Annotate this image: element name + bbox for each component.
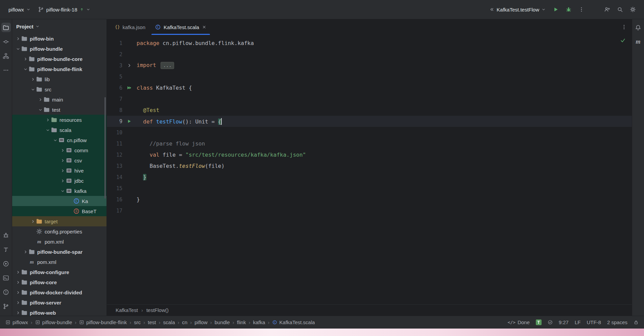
tree-chevron-icon[interactable] — [45, 118, 51, 122]
line-number[interactable]: 11 — [107, 141, 124, 147]
nav-path-item[interactable]: cn — [182, 319, 188, 325]
search-everywhere-button[interactable] — [614, 4, 626, 15]
build-icon[interactable] — [1, 245, 11, 254]
tree-item-piflow-bin[interactable]: piflow-bin — [12, 33, 106, 44]
run-icon[interactable] — [1, 259, 11, 268]
folded-region[interactable]: ... — [161, 62, 174, 69]
project-icon[interactable] — [1, 23, 11, 32]
tree-item-pom-xml[interactable]: mpom.xml — [12, 257, 106, 267]
readonly-toggle[interactable] — [634, 320, 639, 325]
code-line-6[interactable]: 6class KafkaTest { — [107, 82, 632, 93]
tab-options-kebab-icon[interactable] — [621, 24, 627, 30]
tree-chevron-icon[interactable] — [37, 97, 43, 102]
nav-path-item[interactable]: scala — [163, 319, 175, 325]
more-tools-icon[interactable] — [1, 65, 11, 75]
tree-item-piflow-bundle[interactable]: piflow-bundle — [12, 44, 106, 54]
problems-icon[interactable] — [1, 287, 11, 297]
tree-item-piflow-bundle-core[interactable]: piflow-bundle-core — [12, 54, 106, 64]
branch-widget[interactable]: piflow-flink-18 — [35, 4, 93, 15]
code-line-14[interactable]: 14 } — [107, 172, 632, 183]
debug-icon[interactable] — [1, 230, 11, 240]
tree-chevron-icon[interactable] — [30, 77, 36, 82]
tree-chevron-icon[interactable] — [15, 37, 21, 41]
tree-chevron-icon[interactable] — [15, 300, 21, 305]
tree-chevron-icon[interactable] — [59, 158, 66, 163]
notifications-bell-icon[interactable] — [634, 23, 643, 32]
nav-path-item[interactable]: flink — [237, 319, 246, 325]
run-button[interactable] — [550, 4, 562, 15]
breadcrumb-item[interactable]: KafkaTest — [116, 307, 138, 313]
tree-item-piflow-bundle-spar[interactable]: piflow-bundle-spar — [12, 247, 106, 257]
nav-path-item[interactable]: test — [148, 319, 156, 325]
project-switcher[interactable]: piflowx — [5, 5, 33, 15]
tree-item-lib[interactable]: lib — [12, 74, 106, 84]
tree-chevron-icon[interactable] — [15, 290, 21, 295]
nav-path-item[interactable]: CKafkaTest.scala — [272, 319, 315, 325]
code-with-me-button[interactable] — [601, 4, 613, 15]
tree-chevron-icon[interactable] — [22, 57, 28, 61]
code-line-17[interactable]: 17 — [107, 205, 632, 216]
line-number[interactable]: 3 — [107, 63, 124, 69]
tree-item-piflow-bundle-flink[interactable]: piflow-bundle-flink — [12, 64, 106, 74]
nav-path-item[interactable]: bundle — [215, 319, 230, 325]
code-line-10[interactable]: 10 — [107, 127, 632, 138]
maven-tool-icon[interactable]: m — [634, 37, 643, 46]
code-line-15[interactable]: 15 — [107, 183, 632, 194]
tree-chevron-icon[interactable] — [30, 219, 36, 224]
line-number[interactable]: 17 — [107, 208, 124, 214]
line-number[interactable]: 8 — [107, 107, 124, 113]
code-line-12[interactable]: 12 val file = "src/test/resources/kafka/… — [107, 149, 632, 160]
nav-path-item[interactable]: piflowx — [5, 319, 28, 325]
editor-tab-kafka-json[interactable]: {}kafka.json — [110, 19, 150, 35]
line-number[interactable]: 16 — [107, 197, 124, 203]
tree-chevron-icon[interactable] — [59, 179, 66, 183]
tree-chevron-icon[interactable] — [45, 128, 51, 132]
nav-path-item[interactable]: piflow — [194, 319, 207, 325]
tree-item-ka[interactable]: CKa — [12, 196, 106, 206]
tree-item-main[interactable]: main — [12, 94, 106, 105]
more-actions-button[interactable] — [576, 4, 587, 15]
nav-path-item[interactable]: src — [134, 319, 141, 325]
code-line-9[interactable]: 9 def testFlow(): Unit = { — [107, 116, 632, 127]
line-number[interactable]: 1 — [107, 40, 124, 46]
code-editor[interactable]: 1package cn.piflow.bundle.flink.kafka23i… — [107, 35, 632, 304]
line-number[interactable]: 14 — [107, 174, 124, 180]
settings-button[interactable] — [627, 4, 639, 15]
tree-chevron-icon[interactable] — [52, 138, 58, 142]
tree-chevron-icon[interactable] — [15, 311, 21, 315]
code-line-8[interactable]: 8 @Test — [107, 105, 632, 116]
check-indicator[interactable] — [548, 320, 553, 325]
translate-badge[interactable]: T — [536, 319, 542, 325]
tree-chevron-icon[interactable] — [22, 67, 28, 71]
tree-item-comm[interactable]: comm — [12, 145, 106, 155]
line-number[interactable]: 15 — [107, 185, 124, 192]
line-number[interactable]: 13 — [107, 163, 124, 169]
run-configuration-widget[interactable]: KafkaTest.testFlow — [486, 5, 549, 15]
run-line-icon[interactable] — [127, 119, 132, 124]
tree-item-resources[interactable]: resources — [12, 115, 106, 125]
tree-item-target[interactable]: target — [12, 216, 106, 226]
line-separator[interactable]: LF — [575, 319, 581, 325]
tree-item-scala[interactable]: scala — [12, 125, 106, 135]
editor-tab-kafkatest-scala[interactable]: CKafkaTest.scala — [150, 19, 211, 35]
breadcrumb-item[interactable]: testFlow() — [146, 307, 169, 313]
tree-chevron-icon[interactable] — [59, 189, 66, 193]
version-control-icon[interactable] — [1, 301, 11, 311]
inspections-ok-icon[interactable] — [620, 38, 626, 45]
structure-icon[interactable] — [1, 51, 11, 61]
tree-chevron-icon[interactable] — [30, 87, 36, 92]
close-icon[interactable] — [202, 25, 207, 29]
fold-expand-icon[interactable] — [127, 63, 132, 68]
file-encoding[interactable]: UTF-8 — [587, 319, 601, 325]
tree-chevron-icon[interactable] — [15, 280, 21, 285]
tree-chevron-icon[interactable] — [59, 169, 66, 173]
build-done-indicator[interactable]: </>Done — [507, 319, 529, 325]
line-number[interactable]: 9 — [107, 118, 124, 125]
tree-chevron-icon[interactable] — [15, 47, 21, 51]
project-panel-header[interactable]: Project — [12, 19, 106, 33]
tree-item-piflow-configure[interactable]: piflow-configure — [12, 267, 106, 277]
tree-item-piflow-web[interactable]: piflow-web — [12, 308, 106, 316]
tree-chevron-icon[interactable] — [59, 148, 66, 153]
caret-position[interactable]: 9:27 — [559, 319, 569, 325]
code-line-16[interactable]: 16} — [107, 194, 632, 205]
